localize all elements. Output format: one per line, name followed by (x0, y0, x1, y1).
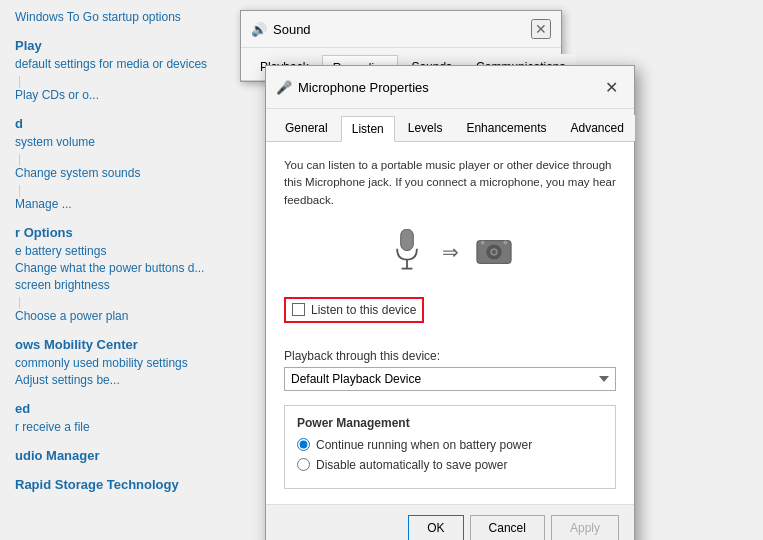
power-management-section: Power Management Continue running when o… (284, 405, 616, 489)
svg-point-8 (503, 240, 507, 244)
system-volume-link[interactable]: system volume (15, 135, 235, 149)
playback-through-label: Playback through this device: (284, 349, 616, 363)
apply-button[interactable]: Apply (551, 515, 619, 540)
battery-link[interactable]: e battery settings (15, 244, 235, 258)
svg-point-7 (480, 240, 484, 244)
file-group: ed r receive a file (15, 401, 235, 434)
sound-dialog-title: Sound (273, 22, 311, 37)
mic-close-button[interactable]: ✕ (598, 74, 624, 100)
windows-to-go-group: Windows To Go startup options (15, 10, 235, 24)
file-section-title: ed (15, 401, 235, 416)
tab-levels[interactable]: Levels (397, 115, 454, 141)
cancel-button[interactable]: Cancel (470, 515, 545, 540)
mobility-group: ows Mobility Center commonly used mobili… (15, 337, 235, 387)
mobility-section-title: ows Mobility Center (15, 337, 235, 352)
continue-running-label: Continue running when on battery power (316, 438, 532, 452)
manage-link[interactable]: Manage ... (15, 197, 235, 211)
audio-group: udio Manager (15, 448, 235, 463)
volume-section-title: d (15, 116, 235, 131)
sound-title-bar: 🔊 Sound ✕ (241, 11, 561, 48)
listen-checkbox-text: Listen to this device (311, 303, 416, 317)
power-section-title: r Options (15, 225, 235, 240)
microphone-device-icon (387, 227, 427, 277)
disable-automatically-label: Disable automatically to save power (316, 458, 507, 472)
separator3: | (18, 183, 21, 197)
dialog-buttons: OK Cancel Apply (266, 504, 634, 540)
brightness-link[interactable]: screen brightness (15, 278, 235, 292)
speaker-device-icon (474, 227, 514, 277)
listen-description: You can listen to a portable music playe… (284, 157, 616, 209)
power-group: r Options e battery settings Change what… (15, 225, 235, 323)
continue-running-row: Continue running when on battery power (297, 438, 603, 452)
mic-title-bar-left: 🎤 Microphone Properties (276, 80, 429, 95)
play-group: Play default settings for media or devic… (15, 38, 235, 102)
tab-enhancements[interactable]: Enhancements (455, 115, 557, 141)
mic-dialog-title: Microphone Properties (298, 80, 429, 95)
svg-point-6 (492, 250, 496, 254)
sound-title-bar-left: 🔊 Sound (251, 22, 311, 37)
change-sounds-link[interactable]: Change system sounds (15, 166, 235, 180)
playback-section: Playback through this device: Default Pl… (284, 349, 616, 391)
sound-icon: 🔊 (251, 22, 267, 37)
tab-general[interactable]: General (274, 115, 339, 141)
default-media-link[interactable]: default settings for media or devices (15, 57, 235, 71)
separator: | (18, 74, 21, 88)
power-buttons-link[interactable]: Change what the power buttons d... (15, 261, 235, 275)
background-panel: Windows To Go startup options Play defau… (0, 0, 250, 540)
play-section-title: Play (15, 38, 235, 53)
mic-tabs: General Listen Levels Enhancements Advan… (266, 109, 634, 142)
separator2: | (18, 152, 21, 166)
mic-title-bar: 🎤 Microphone Properties ✕ (266, 66, 634, 109)
sound-close-button[interactable]: ✕ (531, 19, 551, 39)
tab-advanced[interactable]: Advanced (559, 115, 634, 141)
disable-automatically-radio[interactable] (297, 458, 310, 471)
storage-group: Rapid Storage Technology (15, 477, 235, 492)
device-visual: ⇒ (284, 227, 616, 277)
continue-running-radio[interactable] (297, 438, 310, 451)
storage-section-title: Rapid Storage Technology (15, 477, 235, 492)
play-cds-link[interactable]: Play CDs or o... (15, 88, 235, 102)
separator4: | (18, 295, 21, 309)
ok-button[interactable]: OK (408, 515, 463, 540)
adjust-settings-link[interactable]: Adjust settings be... (15, 373, 235, 387)
listen-to-device-label[interactable]: Listen to this device (284, 297, 424, 323)
listen-checkbox[interactable] (292, 303, 305, 316)
audio-section-title: udio Manager (15, 448, 235, 463)
power-plan-link[interactable]: Choose a power plan (15, 309, 235, 323)
receive-file-link[interactable]: r receive a file (15, 420, 235, 434)
mic-title-icon: 🎤 (276, 80, 292, 95)
windows-to-go-link[interactable]: Windows To Go startup options (15, 10, 235, 24)
volume-group: d system volume | Change system sounds |… (15, 116, 235, 211)
microphone-properties-dialog: 🎤 Microphone Properties ✕ General Listen… (265, 65, 635, 540)
arrow-icon: ⇒ (442, 240, 459, 264)
mic-dialog-content: You can listen to a portable music playe… (266, 142, 634, 504)
tab-listen[interactable]: Listen (341, 116, 395, 142)
power-management-title: Power Management (297, 416, 603, 430)
svg-rect-0 (400, 229, 413, 251)
disable-automatically-row: Disable automatically to save power (297, 458, 603, 472)
playback-device-select[interactable]: Default Playback Device (284, 367, 616, 391)
mobility-settings-link[interactable]: commonly used mobility settings (15, 356, 235, 370)
